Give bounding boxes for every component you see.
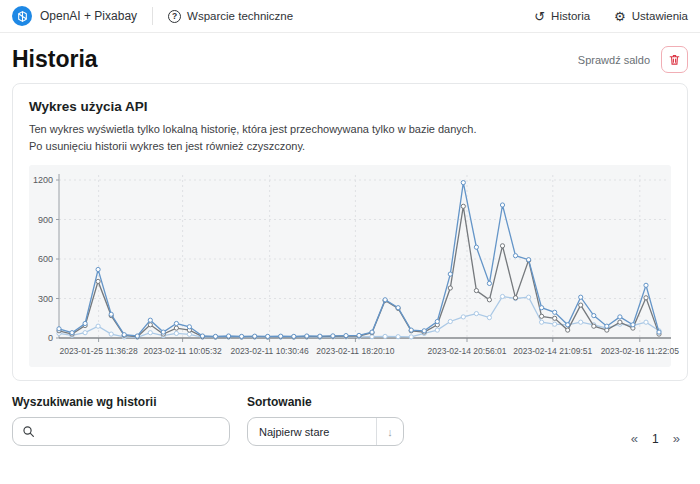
chart-point-light-blue <box>461 315 465 319</box>
topbar-nav: ↺ Historia ⚙ Ustawienia <box>534 10 688 23</box>
trash-icon <box>668 53 681 66</box>
chart-point-dark-gray <box>566 328 570 332</box>
main-content: Historia Sprawdź saldo Wykres użycia API… <box>0 46 700 446</box>
svg-text:1200: 1200 <box>33 175 53 185</box>
chart-point-steel-blue <box>227 334 231 338</box>
chart-point-steel-blue <box>409 328 413 332</box>
svg-text:2023-02-14 21:09:51: 2023-02-14 21:09:51 <box>513 346 592 356</box>
brand-label: OpenAI + Pixabay <box>40 9 137 23</box>
chevron-down-icon[interactable]: ↓ <box>376 418 403 445</box>
card-title: Wykres użycia API <box>29 99 671 114</box>
prev-page-button[interactable]: « <box>631 431 638 446</box>
chart-point-dark-gray <box>592 324 596 328</box>
chart-container: 2023-01-25 11:36:282023-02-11 10:05:3220… <box>29 165 671 367</box>
chart-point-light-blue <box>500 294 504 298</box>
chart-point-dark-gray <box>174 326 178 330</box>
chart-point-steel-blue <box>579 295 583 299</box>
chart-point-dark-gray <box>96 279 100 283</box>
chart-point-steel-blue <box>513 254 517 258</box>
chart-point-dark-gray <box>540 314 544 318</box>
card-description: Ten wykres wyświetla tylko lokalną histo… <box>29 121 671 154</box>
chart-point-steel-blue <box>57 327 61 331</box>
sort-label: Sortowanie <box>247 395 404 409</box>
chart-point-steel-blue <box>174 321 178 325</box>
next-page-button[interactable]: » <box>673 431 680 446</box>
chart-point-light-blue <box>553 322 557 326</box>
page-title: Historia <box>12 46 98 73</box>
chart-point-steel-blue <box>109 312 113 316</box>
nav-history-label: Historia <box>551 10 590 22</box>
chart-point-dark-gray <box>461 204 465 208</box>
sort-select[interactable]: Najpierw stare ↓ <box>247 417 404 446</box>
search-box[interactable] <box>12 417 230 446</box>
chart-point-steel-blue <box>527 258 531 262</box>
chart-point-steel-blue <box>83 321 87 325</box>
check-balance-link[interactable]: Sprawdź saldo <box>578 54 650 66</box>
chart-point-steel-blue <box>566 323 570 327</box>
nav-settings-label: Ustawienia <box>632 10 688 22</box>
chart-point-light-blue <box>409 335 413 339</box>
chart-point-steel-blue <box>631 323 635 327</box>
chart-point-light-blue <box>579 320 583 324</box>
support-link[interactable]: ? Wsparcie techniczne <box>168 10 293 23</box>
brand[interactable]: OpenAI + Pixabay <box>12 6 137 26</box>
svg-text:300: 300 <box>38 294 53 304</box>
chart-point-steel-blue <box>70 331 74 335</box>
chart-point-steel-blue <box>357 333 361 337</box>
chart-point-light-blue <box>396 335 400 339</box>
chart-point-light-blue <box>148 331 152 335</box>
api-usage-chart: 2023-01-25 11:36:282023-02-11 10:05:3220… <box>29 170 673 365</box>
chart-point-dark-gray <box>644 296 648 300</box>
history-icon: ↺ <box>534 10 545 23</box>
chart-point-light-blue <box>109 332 113 336</box>
chart-point-steel-blue <box>344 334 348 338</box>
chart-point-steel-blue <box>253 334 257 338</box>
search-input[interactable] <box>42 426 220 438</box>
chart-point-steel-blue <box>422 329 426 333</box>
topbar-divider <box>152 7 153 25</box>
openai-logo-icon <box>12 6 32 26</box>
sort-field-group: Sortowanie Najpierw stare ↓ <box>247 395 404 446</box>
clear-history-button[interactable] <box>661 46 688 73</box>
chart-point-light-blue <box>383 334 387 338</box>
chart-point-steel-blue <box>370 330 374 334</box>
chart-point-light-blue <box>187 332 191 336</box>
chart-point-steel-blue <box>461 181 465 185</box>
chart-point-steel-blue <box>279 334 283 338</box>
chart-point-steel-blue <box>553 310 557 314</box>
svg-text:2023-02-11 18:20:10: 2023-02-11 18:20:10 <box>316 346 395 356</box>
nav-settings[interactable]: ⚙ Ustawienia <box>614 10 688 23</box>
chart-point-steel-blue <box>618 315 622 319</box>
chart-point-light-blue <box>96 324 100 328</box>
chart-point-steel-blue <box>487 281 491 285</box>
chart-point-steel-blue <box>135 334 139 338</box>
card-description-line2: Po usunięciu historii wykres ten jest ró… <box>29 140 305 152</box>
nav-history[interactable]: ↺ Historia <box>534 10 590 23</box>
svg-text:2023-02-16 11:22:05: 2023-02-16 11:22:05 <box>601 346 680 356</box>
chart-point-light-blue <box>435 328 439 332</box>
chart-point-steel-blue <box>474 245 478 249</box>
chart-point-steel-blue <box>292 334 296 338</box>
chart-point-steel-blue <box>605 324 609 328</box>
card-description-line1: Ten wykres wyświetla tylko lokalną histo… <box>29 123 477 135</box>
api-usage-card: Wykres użycia API Ten wykres wyświetla t… <box>12 83 688 381</box>
chart-point-light-blue <box>487 316 491 320</box>
chart-point-dark-gray <box>487 298 491 302</box>
chart-point-steel-blue <box>592 314 596 318</box>
chart-point-steel-blue <box>383 298 387 302</box>
chart-point-steel-blue <box>396 306 400 310</box>
chart-point-steel-blue <box>657 330 661 334</box>
balance-group: Sprawdź saldo <box>578 46 688 73</box>
chart-point-steel-blue <box>500 203 504 207</box>
chart-point-steel-blue <box>148 318 152 322</box>
sort-selected-value: Najpierw stare <box>248 418 376 445</box>
chart-point-steel-blue <box>435 319 439 323</box>
filters-row: Wyszukiwanie wg historii Sortowanie Najp… <box>12 395 688 446</box>
chart-point-steel-blue <box>161 330 165 334</box>
chart-point-dark-gray <box>500 244 504 248</box>
chart-point-light-blue <box>448 319 452 323</box>
chart-point-steel-blue <box>122 333 126 337</box>
chart-point-steel-blue <box>187 325 191 329</box>
svg-text:2023-02-14 20:56:01: 2023-02-14 20:56:01 <box>428 346 507 356</box>
chart-point-dark-gray <box>474 289 478 293</box>
